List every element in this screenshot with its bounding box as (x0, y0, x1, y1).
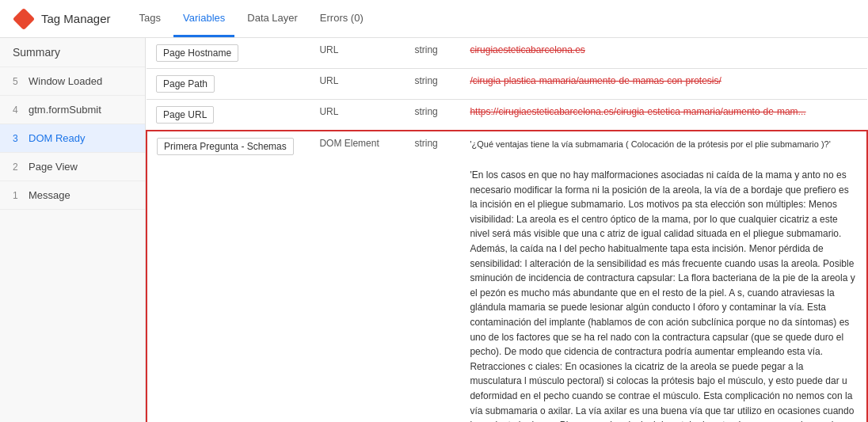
top-nav: Tag Manager Tags Variables Data Layer Er… (0, 0, 868, 38)
table-row: Page Hostname URL string cirugiaestetica… (147, 38, 867, 69)
var-datatype-cell: string (405, 69, 460, 100)
var-value-cell: cirugiaesteticabarcelona.es (460, 38, 867, 69)
sidebar-item-dom-ready[interactable]: 3 DOM Ready (0, 124, 145, 153)
main-layout: Summary 5 Window Loaded 4 gtm.formSubmit… (0, 38, 868, 422)
table-row-red-2: 'En los casos en que no hay malformacion… (147, 162, 867, 422)
sidebar-item-label: Summary (13, 46, 60, 59)
sidebar-item-gtm-formsubmit[interactable]: 4 gtm.formSubmit (0, 96, 145, 124)
tag-manager-logo (13, 8, 35, 30)
sidebar-item-window-loaded[interactable]: 5 Window Loaded (0, 67, 145, 96)
sidebar-item-summary[interactable]: Summary (0, 38, 145, 67)
sidebar-item-num: 4 (13, 105, 24, 116)
var-value-cell: '¿Qué ventajas tiene la vía submamaria (… (460, 131, 867, 162)
sidebar-item-label: Window Loaded (29, 75, 102, 87)
content-area: Page Hostname URL string cirugiaestetica… (146, 38, 868, 422)
sidebar-item-message[interactable]: 1 Message (0, 181, 145, 210)
var-type-cell: URL (310, 100, 405, 131)
var-value-cell: https://cirugiaesteticabarcelona.es/ciru… (460, 100, 867, 131)
var-type-cell (310, 162, 405, 422)
nav-tabs: Tags Variables Data Layer Errors (0) (130, 0, 373, 37)
table-row: Page URL URL string https://cirugiaestet… (147, 100, 867, 131)
var-value-long-cell: 'En los casos en que no hay malformacion… (460, 162, 867, 422)
var-value: cirugiaesteticabarcelona.es (470, 44, 584, 55)
var-name-cell: Primera Pregunta - Schemas (147, 131, 310, 162)
var-name-cell (147, 162, 310, 422)
sidebar-item-num: 2 (13, 162, 24, 173)
var-name-button[interactable]: Primera Pregunta - Schemas (157, 138, 294, 155)
table-row: Page Path URL string /cirugia-plastica-m… (147, 69, 867, 100)
sidebar: Summary 5 Window Loaded 4 gtm.formSubmit… (0, 38, 146, 422)
table-row-red-1: Primera Pregunta - Schemas DOM Element s… (147, 131, 867, 162)
var-type-cell: URL (310, 69, 405, 100)
nav-tab-datalayer[interactable]: Data Layer (238, 0, 307, 37)
nav-tab-variables[interactable]: Variables (173, 0, 234, 37)
sidebar-item-num: 1 (13, 190, 24, 201)
var-datatype-cell: string (405, 131, 460, 162)
var-value: /cirugia-plastica-mamaria/aumento-de-mam… (470, 75, 721, 86)
logo-area: Tag Manager (13, 8, 111, 30)
long-text-value: 'En los casos en que no hay malformacion… (470, 169, 855, 422)
sidebar-item-page-view[interactable]: 2 Page View (0, 153, 145, 181)
sidebar-item-label: Page View (29, 161, 78, 173)
var-name-cell: Page Hostname (147, 38, 310, 69)
var-datatype-cell: string (405, 100, 460, 131)
var-name-button[interactable]: Page Hostname (156, 44, 238, 62)
sidebar-item-label: DOM Ready (29, 132, 86, 144)
var-type-cell: DOM Element (310, 131, 405, 162)
var-name-button[interactable]: Page URL (156, 106, 214, 124)
var-value: https://cirugiaesteticabarcelona.es/ciru… (470, 106, 805, 117)
sidebar-item-num: 5 (13, 76, 24, 87)
sidebar-item-num: 3 (13, 133, 24, 144)
nav-tab-tags[interactable]: Tags (130, 0, 170, 37)
var-datatype-cell: string (405, 38, 460, 69)
var-name-cell: Page Path (147, 69, 310, 100)
var-name-button[interactable]: Page Path (156, 75, 215, 93)
app-title: Tag Manager (41, 12, 111, 25)
sidebar-item-label: gtm.formSubmit (29, 104, 101, 116)
var-type-cell: URL (310, 38, 405, 69)
nav-tab-errors[interactable]: Errors (0) (310, 0, 373, 37)
var-value-cell: /cirugia-plastica-mamaria/aumento-de-mam… (460, 69, 867, 100)
var-datatype-cell (405, 162, 460, 422)
svg-rect-0 (13, 8, 35, 30)
var-name-cell: Page URL (147, 100, 310, 131)
sidebar-item-label: Message (29, 189, 70, 201)
variables-table: Page Hostname URL string cirugiaestetica… (146, 38, 868, 422)
